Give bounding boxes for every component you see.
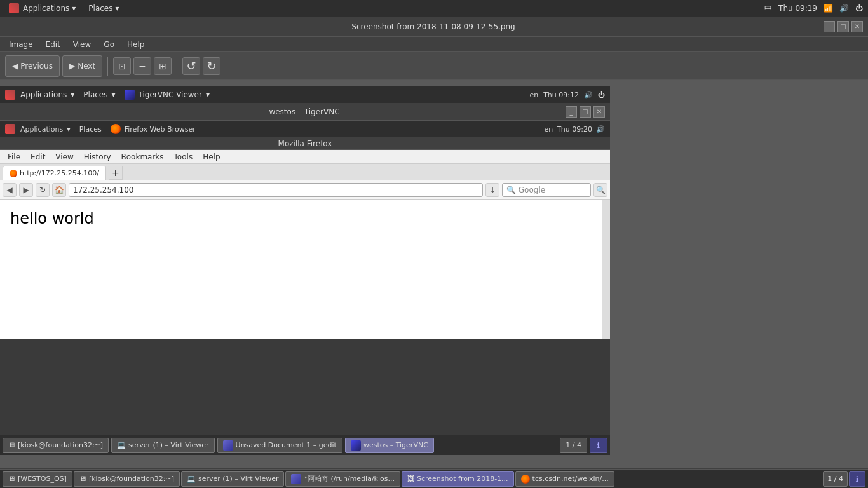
zoom-out-button[interactable]: − <box>133 57 151 75</box>
ff-menu-tools[interactable]: Tools <box>169 151 198 163</box>
vnc-apps-arrow: ▾ <box>71 90 74 99</box>
inner-task-pager[interactable]: 1 / 4 <box>560 438 587 453</box>
rotate-left-button[interactable]: ↺ <box>182 57 200 75</box>
inner-task-gedit-label: Unsaved Document 1 – gedit <box>236 441 337 449</box>
applications-icon <box>9 3 19 13</box>
iv-menu-edit[interactable]: Edit <box>39 39 67 50</box>
outer-task-apache[interactable]: *阿帕奇 (/run/media/kios... <box>285 471 400 487</box>
previous-icon: ◀ <box>12 62 18 71</box>
ff-menu-view[interactable]: View <box>50 151 78 163</box>
firefox-navbar: ◀ ▶ ↻ 🏠 172.25.254.100 ↓ 🔍 Google 🔍 <box>0 180 610 200</box>
ff-url-text: 172.25.254.100 <box>73 186 133 194</box>
outer-task-virt[interactable]: 💻 server (1) – Virt Viewer <box>181 471 284 487</box>
firefox-topbar: Applications ▾ Places Firefox Web Browse… <box>0 121 610 137</box>
ff-menu-bookmarks[interactable]: Bookmarks <box>116 151 169 163</box>
inner-task-virt-label: server (1) – Virt Viewer <box>128 441 208 449</box>
vnc-topbar: Applications ▾ Places ▾ TigerVNC Viewer … <box>0 86 610 103</box>
ff-back-button[interactable]: ◀ <box>3 183 17 197</box>
ff-apps-icon <box>5 124 15 134</box>
zoom-fit-button[interactable]: ⊡ <box>113 57 131 75</box>
firefox-menubar: File Edit View History Bookmarks Tools H… <box>0 150 610 164</box>
vnc-minimize-btn[interactable]: _ <box>566 106 577 118</box>
ff-new-tab-button[interactable]: + <box>109 166 123 180</box>
iv-minimize-button[interactable]: _ <box>824 21 835 32</box>
ff-applications-label[interactable]: Applications <box>20 125 63 133</box>
zoom-in-button[interactable]: ⊞ <box>154 57 172 75</box>
ff-home-button[interactable]: 🏠 <box>52 183 66 197</box>
ff-url-bar[interactable]: 172.25.254.100 <box>69 183 483 197</box>
vnc-places-label[interactable]: Places <box>83 90 107 99</box>
firefox-icon <box>111 124 121 134</box>
inner-task-virt[interactable]: 💻 server (1) – Virt Viewer <box>111 438 214 453</box>
ff-datetime: Thu 09:20 <box>557 125 592 133</box>
ff-tab-icon <box>10 170 17 177</box>
inner-task-tigervnc[interactable]: westos – TigerVNC <box>345 438 434 453</box>
iv-title: Screenshot from 2018-11-08 09-12-55.png <box>43 22 824 31</box>
inner-task-gedit[interactable]: Unsaved Document 1 – gedit <box>217 438 342 453</box>
firefox-tabbar: http://172.25.254.100/ + <box>0 164 610 180</box>
vnc-power[interactable]: ⏻ <box>598 91 605 99</box>
outer-task-pager[interactable]: 1 / 4 <box>823 471 848 487</box>
previous-label: Previous <box>20 62 53 71</box>
iv-maximize-button[interactable]: □ <box>837 21 849 32</box>
next-button[interactable]: ▶ Next <box>62 55 102 77</box>
applications-menu[interactable]: Applications ▾ <box>5 2 79 15</box>
outer-task-info-button[interactable]: ℹ <box>849 471 865 487</box>
outer-task-westos[interactable]: 🖥 [WESTOS_OS] <box>3 471 72 487</box>
firefox-tab-1[interactable]: http://172.25.254.100/ <box>3 166 106 180</box>
outer-task-screenshot[interactable]: 🖼 Screenshot from 2018-1... <box>402 471 514 487</box>
ff-places-label[interactable]: Places <box>79 125 102 133</box>
screenshot-image: Applications ▾ Places ▾ TigerVNC Viewer … <box>0 86 610 455</box>
outer-task-virt-icon: 💻 <box>187 475 196 483</box>
vnc-viewer-label[interactable]: TigerVNC Viewer <box>139 90 202 99</box>
iv-menu-view[interactable]: View <box>67 39 97 50</box>
system-bar-left: Applications ▾ Places ▾ <box>5 2 123 15</box>
inner-task-info-button[interactable]: ℹ <box>590 438 607 453</box>
applications-label: Applications <box>23 4 69 13</box>
ff-download-button[interactable]: ↓ <box>485 183 499 197</box>
ff-scrollbar[interactable] <box>602 200 610 339</box>
power-icon[interactable]: ⏻ <box>855 4 863 13</box>
previous-button[interactable]: ◀ Previous <box>5 55 60 77</box>
vnc-topbar-right: en Thu 09:12 🔊 ⏻ <box>529 91 605 99</box>
outer-task-csdn[interactable]: tcs.csdn.net/weixin/... <box>515 471 614 487</box>
iv-menu-go[interactable]: Go <box>97 39 121 50</box>
iv-close-button[interactable]: ✕ <box>851 21 863 32</box>
ff-forward-button[interactable]: ▶ <box>19 183 33 197</box>
ff-menu-help[interactable]: Help <box>198 151 225 163</box>
ff-locale: en <box>544 125 553 133</box>
ff-reload-button[interactable]: ↻ <box>36 183 50 197</box>
outer-task-terminal[interactable]: 🖥 [kiosk@foundation32:~] <box>74 471 180 487</box>
hello-world-text: hello world <box>10 210 600 227</box>
outer-task-csdn-icon <box>521 475 530 484</box>
ff-search-bar[interactable]: 🔍 Google <box>502 183 591 197</box>
ff-search-go-button[interactable]: 🔍 <box>593 183 607 197</box>
ff-browser-label[interactable]: Firefox Web Browser <box>125 125 196 133</box>
vnc-datetime: Thu 09:12 <box>543 91 579 99</box>
input-method[interactable]: 中 <box>764 3 772 14</box>
ff-menu-edit[interactable]: Edit <box>25 151 50 163</box>
wifi-icon: 📶 <box>824 4 833 13</box>
inner-taskbar: 🖥 [kiosk@foundation32:~] 💻 server (1) – … <box>0 435 610 455</box>
places-menu[interactable]: Places ▾ <box>85 3 123 14</box>
outer-task-apache-label: *阿帕奇 (/run/media/kios... <box>304 474 395 484</box>
vnc-locale: en <box>529 91 538 99</box>
ff-tab-label: http://172.25.254.100/ <box>20 169 99 177</box>
places-arrow: ▾ <box>116 4 119 13</box>
screenshot-content: Applications ▾ Places ▾ TigerVNC Viewer … <box>0 80 868 488</box>
vnc-maximize-btn[interactable]: □ <box>580 106 591 118</box>
iv-menu-help[interactable]: Help <box>121 39 151 50</box>
firefox-title: Mozilla Firefox <box>278 139 332 148</box>
vnc-applications-label[interactable]: Applications <box>20 90 67 99</box>
inner-task-terminal[interactable]: 🖥 [kiosk@foundation32:~] <box>3 438 109 453</box>
firefox-content: hello world <box>0 200 610 339</box>
vnc-win-controls: _ □ ✕ <box>566 106 605 118</box>
ff-menu-file[interactable]: File <box>3 151 25 163</box>
vnc-volume: 🔊 <box>584 91 593 99</box>
datetime-display: Thu 09:19 <box>778 4 817 13</box>
iv-menu-image[interactable]: Image <box>3 39 39 50</box>
volume-icon[interactable]: 🔊 <box>839 4 849 13</box>
rotate-right-button[interactable]: ↻ <box>203 57 220 75</box>
ff-menu-history[interactable]: History <box>79 151 116 163</box>
vnc-close-btn[interactable]: ✕ <box>593 106 605 118</box>
